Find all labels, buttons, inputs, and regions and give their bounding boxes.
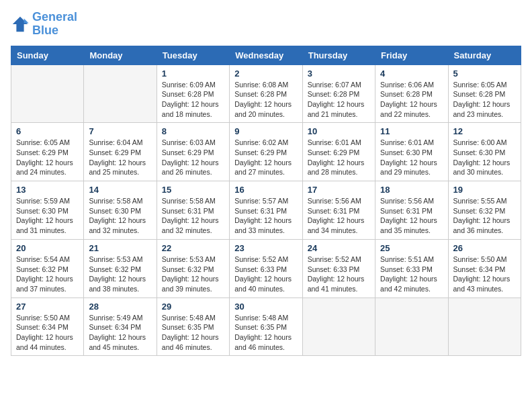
day-info: Sunrise: 6:04 AMSunset: 6:29 PMDaylight:… bbox=[89, 138, 151, 177]
day-info: Sunrise: 5:58 AMSunset: 6:30 PMDaylight:… bbox=[89, 196, 151, 236]
day-number: 12 bbox=[453, 126, 516, 136]
day-info: Sunrise: 5:52 AMSunset: 6:33 PMDaylight:… bbox=[234, 255, 297, 294]
day-number: 26 bbox=[453, 243, 516, 253]
day-number: 4 bbox=[380, 68, 443, 79]
calendar-cell bbox=[302, 298, 375, 356]
calendar-cell: 24Sunrise: 5:52 AMSunset: 6:33 PMDayligh… bbox=[302, 239, 375, 298]
logo-text: General Blue bbox=[32, 11, 77, 38]
svg-marker-1 bbox=[24, 18, 29, 23]
calendar-cell bbox=[11, 64, 84, 123]
day-info: Sunrise: 5:56 AMSunset: 6:31 PMDaylight:… bbox=[308, 196, 370, 236]
page-header: General Blue bbox=[11, 11, 521, 38]
calendar-cell: 2Sunrise: 6:08 AMSunset: 6:28 PMDaylight… bbox=[230, 64, 302, 123]
calendar-cell: 13Sunrise: 5:59 AMSunset: 6:30 PMDayligh… bbox=[11, 181, 84, 240]
day-number: 30 bbox=[234, 302, 297, 312]
day-number: 11 bbox=[380, 126, 443, 136]
day-info: Sunrise: 5:58 AMSunset: 6:31 PMDaylight:… bbox=[162, 196, 224, 236]
day-info: Sunrise: 6:05 AMSunset: 6:28 PMDaylight:… bbox=[453, 80, 516, 120]
day-info: Sunrise: 5:52 AMSunset: 6:33 PMDaylight:… bbox=[308, 255, 370, 294]
calendar-cell: 7Sunrise: 6:04 AMSunset: 6:29 PMDaylight… bbox=[84, 123, 157, 181]
logo-icon bbox=[11, 15, 30, 34]
day-number: 20 bbox=[16, 243, 79, 253]
calendar-cell: 11Sunrise: 6:01 AMSunset: 6:30 PMDayligh… bbox=[375, 123, 448, 181]
day-number: 9 bbox=[234, 126, 297, 136]
calendar-cell: 21Sunrise: 5:53 AMSunset: 6:32 PMDayligh… bbox=[84, 239, 157, 298]
calendar-cell: 20Sunrise: 5:54 AMSunset: 6:32 PMDayligh… bbox=[11, 239, 84, 298]
day-number: 22 bbox=[162, 243, 224, 253]
day-number: 1 bbox=[162, 68, 224, 79]
day-number: 28 bbox=[89, 302, 151, 312]
day-info: Sunrise: 6:03 AMSunset: 6:29 PMDaylight:… bbox=[162, 138, 224, 177]
day-info: Sunrise: 5:54 AMSunset: 6:32 PMDaylight:… bbox=[16, 255, 79, 294]
day-info: Sunrise: 5:59 AMSunset: 6:30 PMDaylight:… bbox=[16, 196, 79, 236]
calendar-cell: 8Sunrise: 6:03 AMSunset: 6:29 PMDaylight… bbox=[157, 123, 229, 181]
day-number: 18 bbox=[380, 185, 443, 195]
day-info: Sunrise: 5:51 AMSunset: 6:33 PMDaylight:… bbox=[380, 255, 443, 294]
calendar-week-row: 27Sunrise: 5:50 AMSunset: 6:34 PMDayligh… bbox=[11, 298, 521, 356]
day-info: Sunrise: 5:53 AMSunset: 6:32 PMDaylight:… bbox=[89, 255, 151, 294]
calendar-day-header: Monday bbox=[84, 46, 157, 64]
day-info: Sunrise: 5:48 AMSunset: 6:35 PMDaylight:… bbox=[234, 313, 297, 353]
day-number: 25 bbox=[380, 243, 443, 253]
calendar-day-header: Saturday bbox=[448, 46, 521, 64]
calendar-cell: 10Sunrise: 6:01 AMSunset: 6:29 PMDayligh… bbox=[302, 123, 375, 181]
calendar-cell: 12Sunrise: 6:00 AMSunset: 6:30 PMDayligh… bbox=[448, 123, 521, 181]
calendar-day-header: Sunday bbox=[11, 46, 84, 64]
day-number: 24 bbox=[308, 243, 370, 253]
day-info: Sunrise: 5:49 AMSunset: 6:34 PMDaylight:… bbox=[89, 313, 151, 353]
calendar-cell: 19Sunrise: 5:55 AMSunset: 6:32 PMDayligh… bbox=[448, 181, 521, 240]
day-info: Sunrise: 5:57 AMSunset: 6:31 PMDaylight:… bbox=[234, 196, 297, 236]
day-info: Sunrise: 6:02 AMSunset: 6:29 PMDaylight:… bbox=[234, 138, 297, 177]
day-number: 8 bbox=[162, 126, 224, 136]
day-number: 19 bbox=[453, 185, 516, 195]
calendar-cell: 23Sunrise: 5:52 AMSunset: 6:33 PMDayligh… bbox=[230, 239, 302, 298]
day-number: 17 bbox=[308, 185, 370, 195]
day-info: Sunrise: 5:53 AMSunset: 6:32 PMDaylight:… bbox=[162, 255, 224, 294]
calendar-header-row: SundayMondayTuesdayWednesdayThursdayFrid… bbox=[11, 46, 521, 64]
calendar-cell: 28Sunrise: 5:49 AMSunset: 6:34 PMDayligh… bbox=[84, 298, 157, 356]
day-info: Sunrise: 5:50 AMSunset: 6:34 PMDaylight:… bbox=[16, 313, 79, 353]
calendar-cell: 27Sunrise: 5:50 AMSunset: 6:34 PMDayligh… bbox=[11, 298, 84, 356]
calendar-cell: 1Sunrise: 6:09 AMSunset: 6:28 PMDaylight… bbox=[157, 64, 229, 123]
calendar-table: SundayMondayTuesdayWednesdayThursdayFrid… bbox=[11, 46, 521, 357]
calendar-cell: 4Sunrise: 6:06 AMSunset: 6:28 PMDaylight… bbox=[375, 64, 448, 123]
day-number: 27 bbox=[16, 302, 79, 312]
day-number: 10 bbox=[308, 126, 370, 136]
day-info: Sunrise: 6:06 AMSunset: 6:28 PMDaylight:… bbox=[380, 80, 443, 120]
calendar-cell: 3Sunrise: 6:07 AMSunset: 6:28 PMDaylight… bbox=[302, 64, 375, 123]
day-number: 6 bbox=[16, 126, 79, 136]
day-info: Sunrise: 6:07 AMSunset: 6:28 PMDaylight:… bbox=[308, 80, 370, 120]
calendar-day-header: Thursday bbox=[302, 46, 375, 64]
day-info: Sunrise: 6:01 AMSunset: 6:30 PMDaylight:… bbox=[380, 138, 443, 177]
calendar-cell: 16Sunrise: 5:57 AMSunset: 6:31 PMDayligh… bbox=[230, 181, 302, 240]
calendar-week-row: 20Sunrise: 5:54 AMSunset: 6:32 PMDayligh… bbox=[11, 239, 521, 298]
calendar-week-row: 6Sunrise: 6:05 AMSunset: 6:29 PMDaylight… bbox=[11, 123, 521, 181]
day-number: 16 bbox=[234, 185, 297, 195]
day-info: Sunrise: 6:01 AMSunset: 6:29 PMDaylight:… bbox=[308, 138, 370, 177]
calendar-day-header: Wednesday bbox=[230, 46, 302, 64]
day-info: Sunrise: 6:00 AMSunset: 6:30 PMDaylight:… bbox=[453, 138, 516, 177]
calendar-cell: 29Sunrise: 5:48 AMSunset: 6:35 PMDayligh… bbox=[157, 298, 229, 356]
calendar-cell bbox=[448, 298, 521, 356]
day-info: Sunrise: 6:08 AMSunset: 6:28 PMDaylight:… bbox=[234, 80, 297, 120]
day-number: 29 bbox=[162, 302, 224, 312]
day-info: Sunrise: 5:50 AMSunset: 6:34 PMDaylight:… bbox=[453, 255, 516, 294]
day-info: Sunrise: 6:05 AMSunset: 6:29 PMDaylight:… bbox=[16, 138, 79, 177]
calendar-cell bbox=[84, 64, 157, 123]
day-number: 21 bbox=[89, 243, 151, 253]
calendar-cell: 9Sunrise: 6:02 AMSunset: 6:29 PMDaylight… bbox=[230, 123, 302, 181]
day-info: Sunrise: 6:09 AMSunset: 6:28 PMDaylight:… bbox=[162, 80, 224, 120]
calendar-cell: 6Sunrise: 6:05 AMSunset: 6:29 PMDaylight… bbox=[11, 123, 84, 181]
day-info: Sunrise: 5:55 AMSunset: 6:32 PMDaylight:… bbox=[453, 196, 516, 236]
day-number: 2 bbox=[234, 68, 297, 79]
calendar-cell: 18Sunrise: 5:56 AMSunset: 6:31 PMDayligh… bbox=[375, 181, 448, 240]
day-number: 14 bbox=[89, 185, 151, 195]
calendar-cell bbox=[375, 298, 448, 356]
calendar-cell: 17Sunrise: 5:56 AMSunset: 6:31 PMDayligh… bbox=[302, 181, 375, 240]
day-number: 5 bbox=[453, 68, 516, 79]
calendar-cell: 15Sunrise: 5:58 AMSunset: 6:31 PMDayligh… bbox=[157, 181, 229, 240]
calendar-day-header: Tuesday bbox=[157, 46, 229, 64]
calendar-cell: 25Sunrise: 5:51 AMSunset: 6:33 PMDayligh… bbox=[375, 239, 448, 298]
day-number: 15 bbox=[162, 185, 224, 195]
calendar-week-row: 13Sunrise: 5:59 AMSunset: 6:30 PMDayligh… bbox=[11, 181, 521, 240]
